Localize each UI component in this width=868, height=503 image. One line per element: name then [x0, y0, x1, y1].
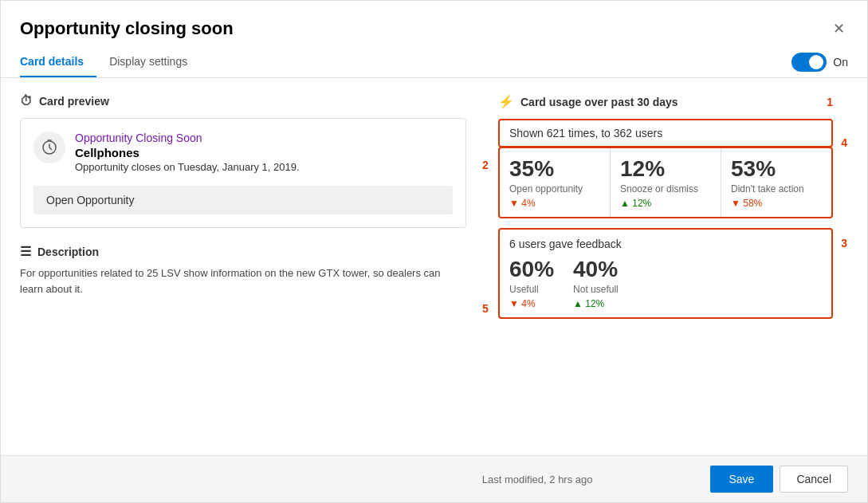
metric-snooze-label: Snooze or dismiss [620, 183, 711, 195]
tabs-left: Card details Display settings [20, 47, 200, 77]
card-icon-circle [33, 132, 65, 163]
metric-open-pct: 35% [509, 156, 600, 182]
right-panel: ⚡ Card usage over past 30 days 1 2 4 Sho… [498, 94, 833, 439]
feedback-not-usefull-label: Not usefull [573, 284, 619, 295]
metric-open: 35% Open opportunity ▼ 4% [500, 148, 611, 217]
feedback-usefull: 60% Usefull ▼ 4% [509, 257, 554, 309]
card-opportunity-desc: Opportunity closes on Tuesday, January 1… [75, 161, 300, 173]
usage-title: Card usage over past 30 days [520, 96, 678, 108]
close-button[interactable]: ✕ [830, 17, 848, 41]
metric-open-change: ▼ 4% [509, 198, 600, 209]
dialog-title: Opportunity closing soon [20, 18, 234, 39]
feedback-not-usefull: 40% Not usefull ▲ 12% [573, 257, 619, 309]
metric-no-action-pct: 53% [731, 156, 822, 182]
annotation-1: 1 [827, 96, 833, 108]
timer-icon [41, 140, 57, 155]
metric-no-action: 53% Didn't take action ▼ 58% [721, 148, 831, 217]
toggle-area: On [791, 53, 848, 72]
main-content: ⏱ Card preview Opportunity Closing Soon [1, 78, 867, 455]
card-text-area: Opportunity Closing Soon Cellphones Oppo… [75, 132, 300, 173]
card-preview-box: Opportunity Closing Soon Cellphones Oppo… [20, 118, 466, 228]
metric-open-label: Open opportunity [509, 183, 600, 195]
left-panel: ⏱ Card preview Opportunity Closing Soon [20, 94, 466, 439]
metric-snooze-change: ▲ 12% [620, 198, 711, 209]
card-preview-label: Card preview [39, 95, 109, 108]
footer-timestamp: Last modified, 2 hrs ago [365, 474, 710, 485]
annotation-5: 5 [482, 302, 489, 315]
annotation-2: 2 [482, 159, 489, 171]
metric-snooze-pct: 12% [620, 156, 711, 182]
feedback-usefull-change: ▼ 4% [509, 298, 554, 309]
metric-no-action-change: ▼ 58% [731, 198, 822, 209]
feedback-usefull-pct: 60% [509, 257, 554, 282]
description-icon: ☰ [20, 244, 31, 259]
metric-no-action-label: Didn't take action [731, 183, 822, 195]
annotation-4: 4 [841, 136, 847, 149]
description-title: ☰ Description [20, 244, 466, 259]
tab-display-settings[interactable]: Display settings [96, 47, 200, 77]
shown-text: Shown 621 times, to 362 users [509, 127, 662, 140]
dialog-header: Opportunity closing soon ✕ [1, 1, 867, 41]
annotation-3: 3 [841, 237, 847, 250]
feedback-title: 6 users gave feedback [509, 238, 822, 250]
tabs-bar: Card details Display settings On [1, 47, 867, 78]
feedback-not-usefull-change: ▲ 12% [573, 298, 619, 309]
feedback-not-usefull-pct: 40% [573, 257, 619, 282]
toggle-label: On [833, 56, 848, 69]
save-button[interactable]: Save [710, 466, 774, 493]
metrics-row: 35% Open opportunity ▼ 4% 12% Snooze or … [498, 147, 833, 218]
description-label: Description [37, 246, 99, 258]
card-inner: Opportunity Closing Soon Cellphones Oppo… [33, 132, 453, 173]
dialog: Opportunity closing soon ✕ Card details … [0, 0, 868, 503]
footer: Last modified, 2 hrs ago Save Cancel [1, 455, 867, 502]
description-section: ☰ Description For opportunities related … [20, 244, 466, 297]
usage-header: ⚡ Card usage over past 30 days 1 [498, 94, 833, 109]
feedback-box: 6 users gave feedback 60% Usefull ▼ 4% 4… [498, 228, 833, 319]
card-subtitle-link[interactable]: Opportunity Closing Soon [75, 132, 300, 144]
on-off-toggle[interactable] [791, 53, 827, 72]
description-text: For opportunities related to 25 LSV show… [20, 265, 466, 297]
tab-card-details[interactable]: Card details [20, 47, 96, 77]
metric-snooze: 12% Snooze or dismiss ▲ 12% [611, 148, 721, 217]
feedback-usefull-label: Usefull [509, 284, 554, 295]
open-opportunity-button[interactable]: Open Opportunity [33, 186, 453, 214]
card-preview-icon: ⏱ [20, 94, 33, 108]
feedback-metrics: 60% Usefull ▼ 4% 40% Not usefull ▲ 12% [509, 257, 822, 309]
usage-icon: ⚡ [498, 94, 514, 109]
stats-area: 2 4 Shown 621 times, to 362 users 35% Op… [498, 119, 833, 319]
card-title: Cellphones [75, 146, 300, 159]
shown-box: Shown 621 times, to 362 users [498, 119, 833, 147]
cancel-button[interactable]: Cancel [780, 466, 848, 493]
footer-buttons: Save Cancel [710, 466, 849, 493]
card-preview-title: ⏱ Card preview [20, 94, 466, 108]
